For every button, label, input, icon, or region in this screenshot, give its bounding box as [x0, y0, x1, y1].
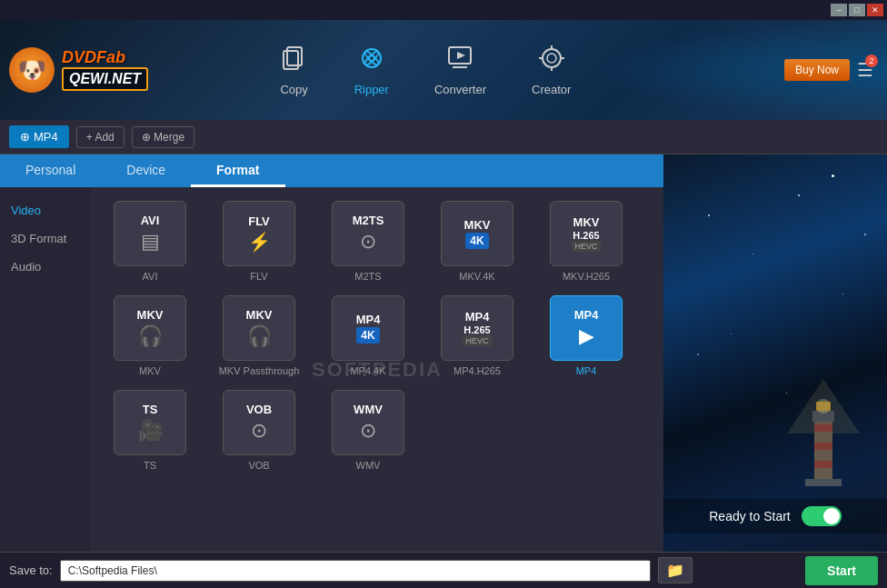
nav-label-copy: Copy: [280, 83, 307, 96]
ripper-icon: [357, 44, 386, 77]
format-item-vob[interactable]: VOB ⊙ VOB: [214, 390, 304, 471]
logo-icon: 🐶: [9, 47, 55, 93]
nav-tab-creator[interactable]: Creator: [532, 44, 571, 96]
format-icon-ts: TS 🎥: [114, 390, 186, 455]
format-item-avi[interactable]: AVI ▤ AVI: [105, 201, 195, 282]
svg-marker-7: [457, 52, 465, 59]
nav-tab-ripper[interactable]: Ripper: [354, 44, 389, 96]
mkvh265-label: MKV.H265: [563, 271, 610, 282]
nav-tab-copy[interactable]: Copy: [280, 44, 309, 96]
save-label: Save to:: [9, 563, 53, 577]
add-label: + Add: [86, 131, 115, 144]
format-icon-vob: VOB ⊙: [223, 390, 295, 455]
format-item-flv[interactable]: FLV ⚡ FLV: [214, 201, 304, 282]
vob-label: VOB: [248, 460, 269, 471]
save-bar: Save to: 📁 Start: [0, 552, 887, 588]
lighthouse-image: [787, 361, 860, 497]
buy-now-button[interactable]: Buy Now: [784, 59, 850, 81]
copy-icon: [280, 44, 309, 77]
format-item-ts[interactable]: TS 🎥 TS: [105, 390, 195, 471]
side-nav-audio[interactable]: Audio: [0, 253, 91, 281]
tab-device[interactable]: Device: [101, 154, 191, 187]
mkvpass-label: MKV Passthrough: [219, 365, 300, 376]
format-item-wmv[interactable]: WMV ⊙ WMV: [323, 390, 414, 471]
title-bar: – □ ✕: [0, 0, 887, 20]
ts-symbol: 🎥: [138, 419, 163, 443]
svg-rect-18: [814, 424, 832, 432]
converter-icon: [445, 44, 474, 77]
mkv-symbol: 🎧: [138, 324, 163, 348]
mp4-label-text: MP4: [576, 365, 597, 376]
mkv-label: MKV: [139, 365, 161, 376]
format-grid-container: SOFTPEDIA AVI ▤ AVI FLV ⚡: [91, 187, 663, 552]
format-icon-flv: FLV ⚡: [223, 201, 295, 266]
toggle-knob: [823, 508, 840, 524]
format-icon-mkvh265: MKV H.265 HEVC: [550, 201, 623, 266]
svg-rect-22: [805, 479, 842, 486]
format-item-mp44k[interactable]: MP4 4K MP4.4K: [323, 295, 414, 376]
watermark-text: QEWI.NET: [69, 71, 141, 86]
header-right: Buy Now ☰ 2: [705, 59, 887, 81]
add-button[interactable]: + Add: [76, 126, 125, 148]
side-nav-video[interactable]: Video: [0, 196, 91, 224]
creator-icon: [537, 44, 566, 77]
minimize-button[interactable]: –: [831, 4, 847, 16]
content-area: Video 3D Format Audio SOFTPEDIA AVI: [0, 187, 663, 552]
merge-label: ⊕ Merge: [142, 131, 184, 144]
start-button[interactable]: Start: [805, 556, 878, 585]
nav-tabs: Copy Ripper Converter: [145, 44, 705, 96]
format-icon-mp44k: MP4 4K: [332, 295, 404, 361]
header: 🐶 DVDFab QEWI.NET Copy: [0, 20, 887, 120]
format-item-mp4[interactable]: MP4 ▶ MP4: [541, 295, 632, 376]
notif-badge: 2: [865, 55, 878, 67]
nav-label-creator: Creator: [532, 83, 571, 96]
format-item-m2ts[interactable]: M2TS ⊙ M2TS: [323, 201, 414, 282]
format-icon-m2ts: M2TS ⊙: [332, 201, 404, 266]
m2ts-symbol: ⊙: [360, 230, 376, 254]
svg-rect-20: [814, 461, 832, 468]
ts-label: TS: [144, 460, 156, 471]
mp4-label: MP4: [34, 130, 58, 144]
format-item-mkv[interactable]: MKV 🎧 MKV: [105, 295, 195, 376]
logo-area: 🐶 DVDFab QEWI.NET: [0, 47, 145, 93]
merge-button[interactable]: ⊕ Merge: [132, 126, 194, 148]
flv-symbol: ⚡: [248, 231, 271, 253]
svg-point-23: [816, 399, 831, 414]
mp4h265-label: MP4.H265: [453, 365, 501, 376]
main-content: Personal Device Format Video 3D Format A…: [0, 154, 887, 552]
format-icon-mp4: MP4 ▶: [550, 295, 623, 361]
format-icon-mkv4k: MKV 4K: [441, 201, 513, 266]
folder-button[interactable]: 📁: [658, 557, 693, 583]
format-icon-mkvpass: MKV 🎧: [223, 295, 295, 361]
flv-label: FLV: [250, 271, 267, 282]
nav-label-ripper: Ripper: [354, 83, 389, 96]
mp4-button[interactable]: ⊕ MP4: [9, 125, 69, 148]
tab-personal[interactable]: Personal: [0, 154, 101, 187]
nav-label-converter: Converter: [434, 83, 486, 96]
nav-tab-converter[interactable]: Converter: [434, 44, 486, 96]
format-item-mkvh265[interactable]: MKV H.265 HEVC MKV.H265: [541, 201, 632, 282]
tab-format[interactable]: Format: [191, 154, 284, 187]
ready-status: Ready to Start: [663, 499, 887, 533]
mp4-play-symbol: ▶: [579, 324, 594, 348]
mkvpass-symbol: 🎧: [247, 324, 272, 348]
save-path-input[interactable]: [60, 560, 651, 582]
mp4-icon: ⊕: [20, 130, 30, 144]
side-nav-3dformat[interactable]: 3D Format: [0, 224, 91, 253]
format-item-mp4h265[interactable]: MP4 H.265 HEVC MP4.H265: [432, 295, 523, 376]
svg-point-10: [547, 54, 556, 63]
right-panel: Ready to Start: [663, 154, 887, 552]
format-item-mkvpass[interactable]: MKV 🎧 MKV Passthrough: [214, 295, 304, 376]
format-icon-wmv: WMV ⊙: [332, 390, 404, 455]
mkv4k-label: MKV.4K: [459, 271, 494, 282]
maximize-button[interactable]: □: [849, 4, 865, 16]
svg-point-9: [543, 49, 561, 67]
format-icon-avi: AVI ▤: [114, 201, 186, 266]
format-item-mkv4k[interactable]: MKV 4K MKV.4K: [432, 201, 523, 282]
close-button[interactable]: ✕: [867, 4, 883, 16]
logo-text: DVDFab: [62, 49, 148, 67]
notification-icon[interactable]: ☰ 2: [857, 59, 873, 81]
format-icon-mkv: MKV 🎧: [114, 295, 186, 361]
wmv-symbol: ⊙: [360, 419, 376, 443]
ready-toggle[interactable]: [802, 506, 842, 526]
